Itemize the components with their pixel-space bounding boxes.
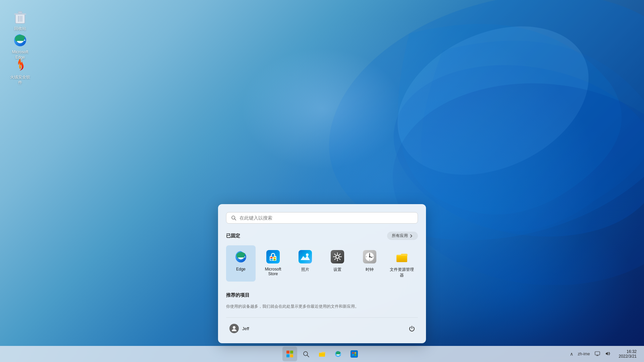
app-item-settings[interactable]: 设置 bbox=[323, 245, 352, 282]
app-item-file-explorer[interactable]: 文件资源管理器 bbox=[387, 245, 417, 282]
pinned-section-header: 已固定 所有应用 bbox=[226, 232, 418, 240]
recommended-description: 你使用的设备越多，我们就会在此处显示更多你最近使用的文件和新应用。 bbox=[226, 304, 418, 309]
svg-rect-14 bbox=[272, 255, 274, 257]
svg-line-11 bbox=[234, 219, 236, 220]
store-app-label: Microsoft Store bbox=[261, 267, 285, 276]
taskbar-search-button[interactable] bbox=[299, 347, 313, 361]
chevron-right-icon bbox=[409, 234, 413, 238]
app-item-photos[interactable]: 照片 bbox=[290, 245, 320, 282]
svg-rect-5 bbox=[14, 13, 26, 15]
edge-desktop-icon-img bbox=[12, 32, 28, 48]
photos-app-label: 照片 bbox=[301, 267, 309, 273]
recommended-section: 推荐的项目 你使用的设备越多，我们就会在此处显示更多你最近使用的文件和新应用。 bbox=[226, 292, 418, 309]
fire-security-label: 火绒安全软件 bbox=[9, 75, 32, 85]
svg-rect-38 bbox=[290, 354, 293, 357]
recommended-title: 推荐的项目 bbox=[226, 292, 250, 298]
app-item-microsoft-store[interactable]: Microsoft Store bbox=[258, 245, 288, 282]
settings-app-label: 设置 bbox=[333, 267, 341, 273]
power-icon bbox=[409, 325, 415, 332]
clock-date: 2022/3/21 bbox=[619, 354, 637, 359]
display-icon[interactable] bbox=[593, 350, 601, 359]
svg-rect-17 bbox=[270, 259, 273, 260]
start-menu-footer: Jeff bbox=[226, 317, 418, 335]
taskbar-file-explorer-button[interactable] bbox=[315, 347, 329, 361]
svg-rect-6 bbox=[18, 11, 22, 13]
search-input[interactable] bbox=[239, 215, 413, 221]
taskbar-store-button[interactable] bbox=[347, 347, 362, 361]
taskbar-search-icon bbox=[303, 351, 309, 357]
svg-rect-18 bbox=[273, 259, 276, 260]
svg-rect-45 bbox=[352, 354, 354, 356]
svg-point-39 bbox=[304, 352, 308, 356]
user-profile[interactable]: Jeff bbox=[226, 322, 253, 335]
store-app-icon bbox=[265, 249, 281, 265]
taskbar-edge-button[interactable] bbox=[331, 347, 345, 361]
ime-icon[interactable]: zh-ime bbox=[577, 350, 591, 358]
system-tray[interactable]: ∧ zh-ime bbox=[566, 348, 614, 360]
edge-app-label: Edge bbox=[236, 267, 246, 272]
svg-rect-15 bbox=[270, 257, 273, 258]
svg-point-20 bbox=[306, 253, 309, 256]
svg-rect-47 bbox=[595, 352, 600, 355]
svg-rect-43 bbox=[352, 352, 354, 354]
file-explorer-app-icon bbox=[394, 249, 410, 265]
user-name: Jeff bbox=[242, 326, 249, 331]
taskbar-right: ∧ zh-ime 16 bbox=[566, 348, 639, 360]
taskbar-store-icon bbox=[351, 350, 358, 358]
taskbar-center bbox=[282, 347, 362, 361]
desktop-icon-fire-security[interactable]: 火绒安全软件 bbox=[7, 55, 34, 87]
pinned-apps-grid: Edge bbox=[226, 245, 418, 282]
svg-rect-35 bbox=[286, 351, 289, 354]
svg-rect-21 bbox=[331, 250, 344, 263]
taskbar-edge-icon bbox=[334, 350, 342, 358]
user-avatar bbox=[229, 324, 239, 333]
edge-app-icon bbox=[233, 249, 249, 265]
taskbar-folder-icon bbox=[318, 350, 326, 358]
system-clock[interactable]: 16:32 2022/3/21 bbox=[617, 349, 639, 359]
photos-app-icon bbox=[297, 249, 313, 265]
search-bar[interactable] bbox=[226, 212, 418, 224]
taskbar: ∧ zh-ime 16 bbox=[0, 346, 644, 362]
power-button[interactable] bbox=[406, 322, 418, 335]
svg-point-34 bbox=[233, 326, 235, 329]
start-menu: 已固定 所有应用 bbox=[218, 204, 426, 343]
clock-app-icon bbox=[362, 249, 378, 265]
app-item-clock[interactable]: 时钟 bbox=[355, 245, 384, 282]
start-button[interactable] bbox=[282, 347, 297, 361]
volume-icon[interactable] bbox=[603, 350, 611, 359]
svg-rect-16 bbox=[273, 257, 276, 258]
clock-app-label: 时钟 bbox=[366, 267, 374, 273]
file-explorer-app-label: 文件资源管理器 bbox=[390, 267, 414, 278]
all-apps-button[interactable]: 所有应用 bbox=[387, 232, 418, 240]
svg-rect-44 bbox=[355, 352, 356, 354]
svg-rect-19 bbox=[299, 250, 312, 263]
svg-rect-37 bbox=[286, 354, 289, 357]
svg-point-28 bbox=[369, 256, 370, 257]
pinned-title: 已固定 bbox=[226, 233, 240, 239]
recycle-bin-icon bbox=[12, 9, 28, 25]
desktop: 回收站 Microsoft E bbox=[0, 0, 644, 362]
app-item-edge[interactable]: Edge bbox=[226, 245, 256, 282]
svg-line-40 bbox=[307, 355, 309, 357]
recommended-header: 推荐的项目 bbox=[226, 292, 418, 298]
windows-logo-icon bbox=[286, 350, 293, 358]
chevron-up-icon[interactable]: ∧ bbox=[569, 350, 575, 358]
fire-security-icon bbox=[12, 57, 28, 73]
svg-rect-46 bbox=[355, 354, 356, 356]
settings-app-icon bbox=[329, 249, 345, 265]
svg-rect-36 bbox=[290, 351, 293, 354]
search-icon bbox=[231, 215, 236, 221]
svg-rect-42 bbox=[351, 350, 358, 358]
clock-time: 16:32 bbox=[627, 349, 637, 354]
desktop-icon-recycle-bin[interactable]: 回收站 bbox=[7, 7, 34, 34]
